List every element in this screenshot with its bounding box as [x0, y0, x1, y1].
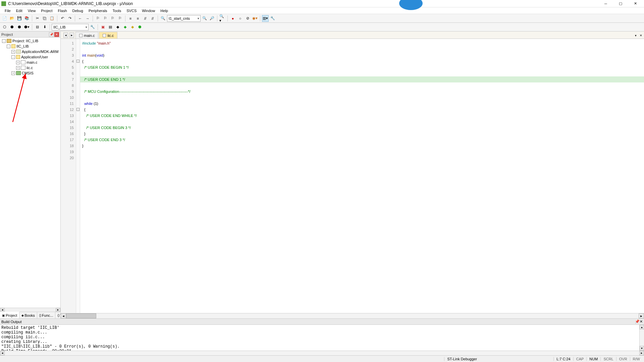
tree-file-iic-c[interactable]: +iic.c: [1, 65, 60, 70]
copy-icon[interactable]: ⿻: [41, 15, 48, 22]
project-tree[interactable]: -Project: IIC_LIB-IIC_LIB+Application/MD…: [0, 38, 60, 308]
find-icon[interactable]: 🔍: [160, 15, 166, 22]
tree-target[interactable]: -IIC_LIB: [1, 44, 60, 49]
bookmark-clear-icon[interactable]: ⚐: [117, 15, 123, 22]
menu-project[interactable]: Project: [38, 8, 55, 13]
panel-pin-icon[interactable]: 📌: [635, 319, 640, 324]
redo-icon[interactable]: ↷: [66, 15, 73, 22]
stop-build-icon[interactable]: ⊟: [34, 24, 41, 31]
config-icon[interactable]: 🔧: [269, 15, 276, 22]
open-file-icon[interactable]: 📂: [9, 15, 15, 22]
build-output-text[interactable]: Rebuild target 'IIC_LIB' compiling main.…: [0, 325, 644, 351]
build-hscroll[interactable]: ◄ ►: [0, 351, 644, 355]
bottom-tab-books[interactable]: ◆Books: [19, 312, 37, 318]
save-icon[interactable]: 💾: [16, 15, 23, 22]
undo-icon[interactable]: ↶: [59, 15, 66, 22]
file-ext-icon[interactable]: ▤: [107, 24, 114, 31]
breakpoint-kill-icon[interactable]: ⊘: [244, 15, 251, 22]
editor-tab-main-c[interactable]: main.c: [75, 32, 98, 39]
build-icon[interactable]: ⬢: [9, 24, 15, 31]
scroll-up-icon[interactable]: ▲: [640, 325, 644, 329]
incremental-find-icon[interactable]: 🔎: [209, 15, 215, 22]
save-all-icon[interactable]: 📚: [23, 15, 30, 22]
tab-nav-right-icon[interactable]: ►: [69, 33, 74, 38]
close-button[interactable]: ✕: [628, 0, 643, 7]
minimize-button[interactable]: ─: [598, 0, 613, 7]
menu-help[interactable]: Help: [158, 8, 171, 13]
menu-flash[interactable]: Flash: [55, 8, 70, 13]
tree-file-main-c[interactable]: +main.c: [1, 60, 60, 65]
menu-edit[interactable]: Edit: [13, 8, 25, 13]
nav-fwd-icon[interactable]: →: [84, 15, 91, 22]
menu-peripherals[interactable]: Peripherals: [86, 8, 110, 13]
cut-icon[interactable]: ✂: [34, 15, 41, 22]
maximize-button[interactable]: ▢: [613, 0, 628, 7]
pack-green-icon[interactable]: ◆: [122, 24, 128, 31]
code-editor[interactable]: 1234567891011121314151617181920--#includ…: [61, 39, 644, 313]
batch-build-icon[interactable]: ⬢▾: [23, 24, 30, 31]
tab-nav-left-icon[interactable]: ◄: [63, 33, 68, 38]
panel-pin-icon[interactable]: 📌: [49, 32, 54, 37]
translate-icon[interactable]: ⬡: [1, 24, 8, 31]
editor-hscroll[interactable]: ◄ ►: [61, 313, 644, 318]
menu-svcs[interactable]: SVCS: [124, 8, 139, 13]
project-hscroll[interactable]: ◄ ►: [0, 308, 60, 312]
bookmark-next-icon[interactable]: ⚐: [109, 15, 116, 22]
unindent-icon[interactable]: ≡: [135, 15, 141, 22]
scroll-left-icon[interactable]: ◄: [61, 313, 66, 318]
tab-list-icon[interactable]: ▾: [633, 33, 638, 38]
build-vscroll[interactable]: ▲ ▼: [639, 325, 644, 351]
scroll-track[interactable]: [5, 308, 56, 312]
bookmark-prev-icon[interactable]: ⚐: [102, 15, 109, 22]
menu-file[interactable]: File: [2, 8, 13, 13]
panel-close-icon[interactable]: ✕: [54, 32, 59, 37]
scroll-track[interactable]: [96, 313, 639, 318]
tree-group-cmsis[interactable]: +CMSIS: [1, 70, 60, 76]
bottom-tab-func[interactable]: {}Func...: [37, 312, 56, 318]
rebuild-icon[interactable]: ⬣: [16, 24, 23, 31]
scroll-right-icon[interactable]: ►: [56, 308, 60, 312]
tab-close-icon[interactable]: ✕: [639, 33, 643, 38]
target-options-icon[interactable]: 🔧: [89, 24, 96, 31]
scroll-right-icon[interactable]: ►: [639, 351, 644, 355]
nav-back-icon[interactable]: ←: [77, 15, 84, 22]
breakpoint-disable-icon[interactable]: ○: [237, 15, 244, 22]
scroll-down-icon[interactable]: ▼: [640, 346, 644, 351]
tree-group-application-user[interactable]: -Application/User: [1, 54, 60, 60]
debug-icon[interactable]: 🔍▾: [219, 15, 226, 22]
menu-tools[interactable]: Tools: [110, 8, 124, 13]
manage-icon[interactable]: ▣: [100, 24, 106, 31]
scroll-left-icon[interactable]: ◄: [0, 351, 5, 355]
tree-project-root[interactable]: -Project: IIC_LIB: [1, 38, 60, 44]
scroll-left-icon[interactable]: ◄: [0, 308, 5, 312]
titlebar: C:\Users\lenovo\Desktop\IIC_LIB\MDK-ARM\…: [0, 0, 644, 7]
tree-group-application-mdk-arm[interactable]: +Application/MDK-ARM: [1, 49, 60, 54]
comment-icon[interactable]: //: [142, 15, 149, 22]
scroll-right-icon[interactable]: ►: [639, 313, 644, 318]
paste-icon[interactable]: 📋: [49, 15, 55, 22]
breakpoint-enable-icon[interactable]: ◉▾: [252, 15, 258, 22]
bookmark-icon[interactable]: ⚐: [95, 15, 101, 22]
menu-view[interactable]: View: [25, 8, 39, 13]
window-icon[interactable]: ▥▾: [262, 15, 269, 22]
editor-tab-iic-c[interactable]: iic.c: [99, 32, 117, 39]
indent-icon[interactable]: ≡: [127, 15, 134, 22]
rte-icon[interactable]: ⬢: [137, 24, 143, 31]
scroll-thumb[interactable]: [66, 313, 96, 318]
find-in-files-icon[interactable]: 🔍: [201, 15, 208, 22]
uncomment-icon[interactable]: //: [149, 15, 156, 22]
books-icon[interactable]: ◆: [114, 24, 121, 31]
new-file-icon[interactable]: 📄: [1, 15, 8, 22]
breakpoint-icon[interactable]: ●: [229, 15, 236, 22]
bottom-tab-project[interactable]: ▣Project: [0, 312, 19, 318]
separator: [75, 15, 75, 21]
status-ovr: OVR: [616, 357, 630, 361]
download-icon[interactable]: ⬇: [41, 24, 48, 31]
separator: [32, 24, 32, 30]
menu-debug[interactable]: Debug: [70, 8, 86, 13]
target-combo[interactable]: IIC_LIB: [52, 24, 89, 31]
panel-close-icon[interactable]: ✕: [640, 319, 643, 324]
menu-window[interactable]: Window: [139, 8, 158, 13]
pack-yellow-icon[interactable]: ◆: [129, 24, 136, 31]
find-combo[interactable]: t1_start_cnts: [167, 15, 201, 22]
